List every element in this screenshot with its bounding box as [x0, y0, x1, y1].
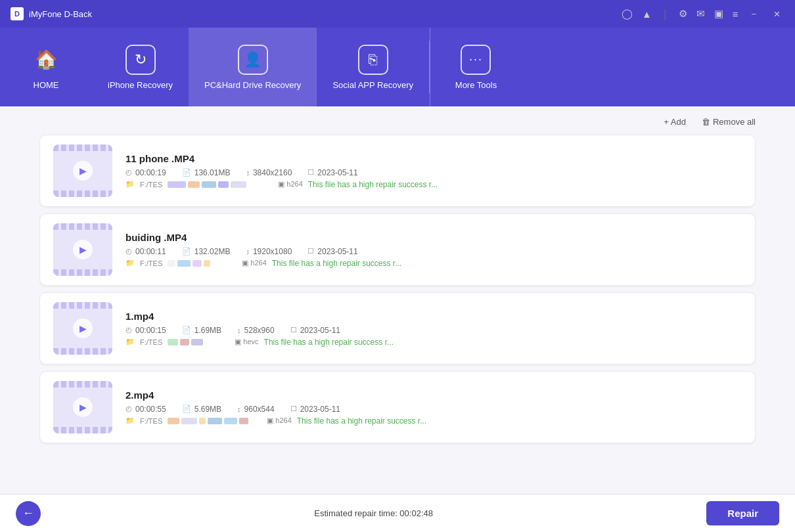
blur-block — [168, 260, 175, 267]
file-path-row: 📁 F:/TES ▣ h264 This file has a high rep… — [125, 259, 742, 268]
close-button[interactable]: ✕ — [769, 8, 784, 20]
play-icon: ▶ — [73, 397, 93, 417]
blur-block — [204, 260, 210, 267]
file-thumbnail: ▶ — [53, 223, 112, 276]
calendar-icon: ☐ — [290, 405, 297, 413]
file-info: 2.mp4 ◴ 00:00:55 📄 5.69MB ↕ 960x544 — [125, 389, 742, 426]
bottombar: ← Estimated repair time: 00:02:48 Repair — [0, 494, 795, 532]
file-meta-row: ◴ 00:00:19 📄 136.01MB ↕ 3840x2160 ☐ 2023… — [125, 168, 742, 177]
file-date: ☐ 2023-05-11 — [307, 168, 357, 177]
codec-icon: ▣ — [242, 259, 248, 267]
resolution-icon: ↕ — [237, 405, 241, 413]
file-duration: ◴ 00:00:11 — [125, 247, 166, 256]
blur-block — [224, 418, 237, 424]
titlebar: D iMyFone D-Back ◯ ▲ | ⚙ ✉ ▣ ≡ − ✕ — [0, 0, 795, 28]
codec-icon: ▣ — [235, 338, 241, 345]
blurred-path — [168, 339, 203, 345]
navbar: 🏠 HOME ↻ iPhone Recovery 👤 PC&Hard Drive… — [0, 28, 795, 106]
file-meta-row: ◴ 00:00:11 📄 132.02MB ↕ 1920x1080 ☐ 2023… — [125, 247, 742, 256]
codec-label: ▣ h264 — [278, 180, 303, 188]
status-badge: This file has a high repair success r... — [297, 416, 426, 426]
film-strip-bottom — [53, 427, 112, 433]
menu-icon[interactable]: ≡ — [733, 9, 738, 20]
nav-more-tools[interactable]: ··· More Tools — [430, 28, 522, 106]
file-path-row: 📁 F:/TES ▣ h264 This file has a high rep… — [125, 180, 742, 189]
codec-icon: ▣ — [267, 416, 273, 424]
mail-icon[interactable]: ✉ — [696, 8, 705, 20]
blur-block — [193, 260, 202, 267]
file-resolution: ↕ 3840x2160 — [246, 168, 292, 177]
file-icon: 📄 — [182, 168, 191, 177]
nav-social-label: Social APP Recovery — [332, 80, 413, 90]
file-duration: ◴ 00:00:55 — [125, 405, 166, 414]
app-title: iMyFone D-Back — [29, 9, 92, 19]
file-list: ▶ 11 phone .MP4 ◴ 00:00:19 📄 136.01MB ↕ — [39, 135, 756, 494]
calendar-icon: ☐ — [307, 168, 314, 177]
pc-recovery-icon: 👤 — [238, 45, 268, 75]
table-row: ▶ 2.mp4 ◴ 00:00:55 📄 5.69MB ↕ 96 — [39, 371, 756, 443]
folder-icon: 📁 — [125, 259, 135, 267]
file-path-row: 📁 F:/TES ▣ hevc This file has a high rep… — [125, 338, 742, 347]
remove-all-label: Remove all — [713, 117, 756, 127]
file-icon: 📄 — [182, 247, 191, 255]
user-icon[interactable]: ◯ — [622, 8, 633, 20]
resolution-icon: ↕ — [246, 169, 250, 177]
estimated-time: Estimated repair time: 00:02:48 — [314, 508, 433, 518]
file-resolution: ↕ 960x544 — [237, 405, 275, 414]
file-size: 📄 136.01MB — [182, 168, 231, 177]
back-button[interactable]: ← — [16, 501, 41, 526]
nav-home[interactable]: 🏠 HOME — [0, 28, 92, 106]
resolution-icon: ↕ — [246, 248, 250, 255]
repair-button[interactable]: Repair — [706, 501, 779, 525]
file-date: ☐ 2023-05-11 — [290, 405, 340, 414]
blurred-path — [168, 260, 210, 267]
file-size: 📄 1.69MB — [182, 326, 221, 335]
file-duration: ◴ 00:00:15 — [125, 326, 166, 335]
main-content: + Add 🗑 Remove all ▶ 11 phone .MP4 ◴ 00:… — [0, 106, 795, 494]
file-icon: 📄 — [182, 405, 191, 413]
file-resolution: ↕ 1920x1080 — [246, 247, 292, 256]
chat-icon[interactable]: ▣ — [714, 8, 723, 20]
codec-icon: ▣ — [278, 180, 284, 188]
file-icon: 📄 — [182, 326, 191, 334]
nav-iphone-label: iPhone Recovery — [108, 80, 173, 90]
codec-label: ▣ h264 — [267, 416, 292, 425]
blurred-path — [168, 181, 246, 188]
folder-icon: 📁 — [125, 180, 135, 188]
nav-pc-recovery[interactable]: 👤 PC&Hard Drive Recovery — [189, 28, 317, 106]
app-icon: D — [11, 7, 24, 20]
blur-block — [188, 181, 200, 188]
add-button[interactable]: + Add — [664, 117, 686, 127]
clock-icon: ◴ — [125, 168, 132, 177]
status-badge: This file has a high repair success r... — [308, 180, 438, 189]
blur-block — [168, 339, 178, 345]
file-thumbnail: ▶ — [53, 381, 112, 433]
nav-social-app[interactable]: ⎘ Social APP Recovery — [317, 28, 429, 106]
file-path-row: 📁 F:/TES ▣ h264 This file has a h — [125, 416, 742, 426]
table-row: ▶ 11 phone .MP4 ◴ 00:00:19 📄 136.01MB ↕ — [39, 135, 756, 207]
film-strip-top — [53, 144, 112, 151]
folder-icon: 📁 — [125, 416, 135, 425]
play-icon: ▶ — [73, 161, 93, 181]
folder-icon: 📁 — [125, 338, 135, 346]
clock-icon: ◴ — [125, 247, 132, 255]
clock-icon: ◴ — [125, 405, 132, 413]
nav-iphone-recovery[interactable]: ↻ iPhone Recovery — [92, 28, 189, 106]
separator: | — [664, 7, 667, 21]
file-resolution: ↕ 528x960 — [237, 326, 275, 335]
status-badge: This file has a high repair success r... — [264, 338, 394, 347]
blur-block — [239, 418, 248, 424]
blur-block — [168, 418, 179, 424]
play-icon: ▶ — [73, 240, 93, 259]
settings-icon[interactable]: ⚙ — [679, 8, 687, 20]
discord-icon[interactable]: ▲ — [642, 9, 652, 20]
film-strip-top — [53, 381, 112, 388]
resolution-icon: ↕ — [237, 326, 241, 334]
titlebar-right: ◯ ▲ | ⚙ ✉ ▣ ≡ − ✕ — [622, 7, 784, 21]
codec-label: ▣ h264 — [242, 259, 267, 267]
file-name: 1.mp4 — [125, 311, 742, 322]
blur-block — [168, 181, 186, 188]
file-size: 📄 132.02MB — [182, 247, 231, 256]
minimize-button[interactable]: − — [747, 8, 760, 20]
remove-all-button[interactable]: 🗑 Remove all — [702, 117, 756, 127]
